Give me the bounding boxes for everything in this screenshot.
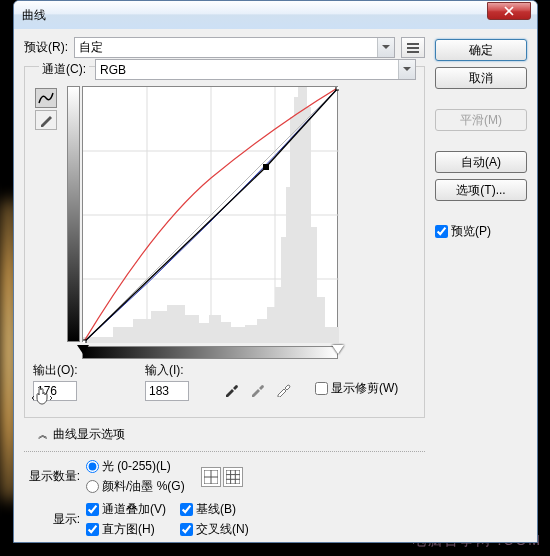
smooth-button: 平滑(M) bbox=[435, 109, 527, 131]
svg-rect-13 bbox=[167, 305, 185, 343]
svg-rect-17 bbox=[221, 322, 231, 343]
check-overlay-input[interactable] bbox=[86, 503, 99, 516]
close-button[interactable] bbox=[487, 2, 531, 20]
window-title: 曲线 bbox=[20, 7, 487, 24]
radio-ink-label: 颜料/油墨 %(G) bbox=[102, 478, 185, 495]
svg-rect-24 bbox=[286, 187, 290, 343]
white-eyedropper[interactable] bbox=[273, 378, 295, 400]
curves-dialog: 曲线 预设(R): 自定 通道(C): bbox=[13, 0, 538, 543]
preset-menu-button[interactable] bbox=[401, 37, 425, 58]
ok-button[interactable]: 确定 bbox=[435, 39, 527, 61]
pencil-tool-button[interactable] bbox=[35, 110, 57, 130]
svg-rect-0 bbox=[407, 43, 419, 45]
check-intersection[interactable]: 交叉线(N) bbox=[180, 521, 249, 538]
show-label: 显示: bbox=[24, 511, 80, 528]
black-eyedropper[interactable] bbox=[221, 378, 243, 400]
check-baseline[interactable]: 基线(B) bbox=[180, 501, 249, 518]
gray-eyedropper[interactable] bbox=[247, 378, 269, 400]
eyedropper-icon bbox=[250, 381, 266, 397]
channel-value: RGB bbox=[100, 63, 126, 77]
svg-rect-10 bbox=[113, 327, 133, 343]
svg-rect-22 bbox=[275, 287, 281, 343]
svg-rect-11 bbox=[133, 319, 151, 343]
curve-plot bbox=[83, 87, 339, 343]
preview-label: 预览(P) bbox=[451, 223, 491, 240]
input-label: 输入(I): bbox=[145, 362, 195, 379]
radio-ink-input[interactable] bbox=[86, 480, 99, 493]
preview-check[interactable]: 预览(P) bbox=[435, 223, 527, 240]
menu-icon bbox=[407, 43, 419, 53]
cancel-button[interactable]: 取消 bbox=[435, 67, 527, 89]
svg-rect-12 bbox=[151, 311, 167, 343]
collapse-arrow-icon: ︽ bbox=[38, 428, 48, 442]
check-histogram-input[interactable] bbox=[86, 523, 99, 536]
svg-rect-34 bbox=[83, 340, 86, 343]
grid-fine-button[interactable] bbox=[223, 467, 243, 487]
svg-rect-14 bbox=[185, 315, 199, 343]
chevron-down-icon bbox=[398, 60, 415, 79]
expand-display-options[interactable]: ︽ 曲线显示选项 bbox=[38, 426, 425, 443]
auto-button[interactable]: 自动(A) bbox=[435, 151, 527, 173]
eyedropper-icon bbox=[224, 381, 240, 397]
show-clipping-label: 显示修剪(W) bbox=[331, 380, 398, 397]
svg-rect-15 bbox=[199, 323, 209, 343]
output-gradient bbox=[67, 86, 80, 342]
white-point-handle[interactable] bbox=[332, 345, 344, 354]
check-histogram-label: 直方图(H) bbox=[102, 521, 155, 538]
eyedropper-icon bbox=[276, 381, 292, 397]
check-baseline-label: 基线(B) bbox=[196, 501, 236, 518]
svg-rect-25 bbox=[290, 117, 294, 343]
check-overlay-label: 通道叠加(V) bbox=[102, 501, 166, 518]
black-point-handle[interactable] bbox=[77, 345, 89, 354]
grid-icon bbox=[226, 470, 240, 484]
svg-rect-36 bbox=[263, 164, 269, 170]
close-icon bbox=[504, 6, 514, 16]
svg-rect-1 bbox=[407, 47, 419, 49]
svg-rect-21 bbox=[267, 307, 275, 343]
show-clipping-checkbox[interactable] bbox=[315, 382, 328, 395]
hand-icon bbox=[32, 386, 56, 406]
targeted-adjust-tool[interactable] bbox=[29, 383, 59, 409]
svg-rect-20 bbox=[257, 319, 267, 343]
svg-rect-23 bbox=[281, 237, 286, 343]
radio-light-input[interactable] bbox=[86, 460, 99, 473]
pencil-icon bbox=[39, 113, 53, 127]
svg-rect-32 bbox=[325, 327, 339, 343]
check-baseline-input[interactable] bbox=[180, 503, 193, 516]
grid-icon bbox=[204, 470, 218, 484]
svg-rect-19 bbox=[245, 325, 257, 343]
svg-rect-30 bbox=[311, 227, 317, 343]
svg-rect-18 bbox=[231, 327, 245, 343]
preset-label: 预设(R): bbox=[24, 39, 68, 56]
expand-label: 曲线显示选项 bbox=[53, 426, 125, 443]
display-amount-label: 显示数量: bbox=[24, 468, 80, 485]
check-histogram[interactable]: 直方图(H) bbox=[86, 521, 166, 538]
output-label: 输出(O): bbox=[33, 362, 83, 379]
svg-rect-16 bbox=[209, 315, 221, 343]
input-gradient bbox=[82, 346, 338, 359]
input-input[interactable] bbox=[145, 381, 189, 401]
preset-select[interactable]: 自定 bbox=[74, 37, 395, 58]
titlebar[interactable]: 曲线 bbox=[14, 1, 537, 29]
curve-icon bbox=[38, 91, 54, 105]
preview-checkbox[interactable] bbox=[435, 225, 448, 238]
svg-rect-35 bbox=[336, 87, 339, 90]
svg-rect-31 bbox=[317, 297, 325, 343]
curve-graph[interactable] bbox=[82, 86, 338, 342]
check-overlay[interactable]: 通道叠加(V) bbox=[86, 501, 166, 518]
check-intersection-input[interactable] bbox=[180, 523, 193, 536]
chevron-down-icon bbox=[377, 38, 394, 57]
svg-rect-2 bbox=[407, 51, 419, 53]
radio-light-label: 光 (0-255)(L) bbox=[102, 458, 171, 475]
channel-label: 通道(C): bbox=[39, 61, 89, 78]
grid-coarse-button[interactable] bbox=[201, 467, 221, 487]
radio-light[interactable]: 光 (0-255)(L) bbox=[86, 458, 185, 475]
preset-value: 自定 bbox=[79, 39, 103, 56]
options-button[interactable]: 选项(T)... bbox=[435, 179, 527, 201]
check-intersection-label: 交叉线(N) bbox=[196, 521, 249, 538]
radio-ink[interactable]: 颜料/油墨 %(G) bbox=[86, 478, 185, 495]
svg-rect-40 bbox=[226, 470, 240, 484]
curve-tool-button[interactable] bbox=[35, 88, 57, 108]
channel-select[interactable]: RGB bbox=[95, 59, 416, 80]
svg-rect-29 bbox=[307, 107, 311, 343]
